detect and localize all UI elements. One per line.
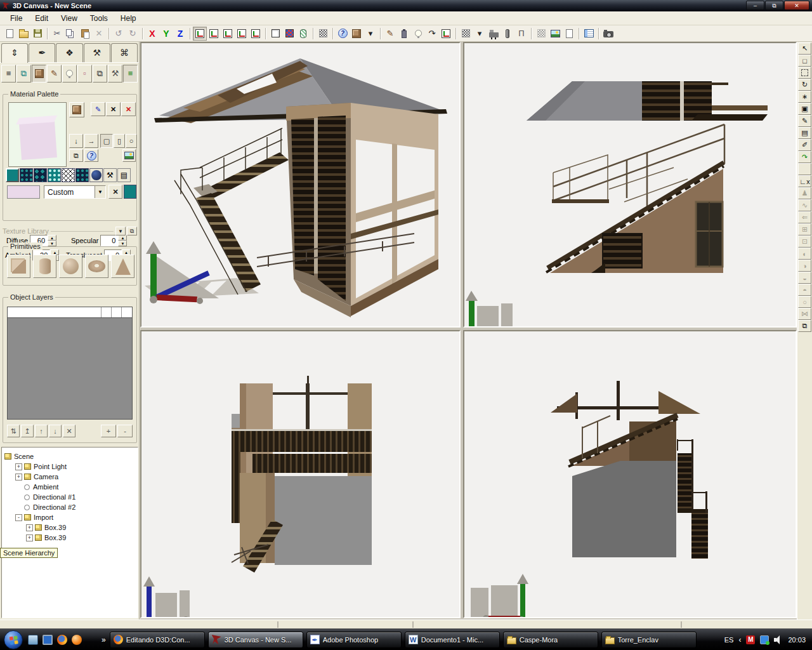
clear-material-button[interactable]: ✕	[106, 102, 121, 116]
tree-item-import[interactable]: -Import	[3, 512, 136, 522]
delete-layer-button[interactable]: ✕	[63, 425, 75, 437]
minimize-button[interactable]: –	[746, 1, 764, 10]
object-layers-list[interactable]	[7, 318, 133, 420]
move-right-button[interactable]: →	[84, 134, 98, 148]
move-up-button[interactable]: ↑	[35, 425, 48, 437]
menu-view[interactable]: View	[55, 13, 84, 24]
view-axis-solid-icon[interactable]	[235, 27, 249, 41]
render-image-icon[interactable]	[548, 27, 562, 41]
textured-cylinder-icon[interactable]	[296, 27, 310, 41]
language-indicator[interactable]: ES	[724, 636, 734, 644]
paint-tool[interactable]: ✎	[798, 115, 811, 127]
bend-tool[interactable]: ↷	[798, 151, 811, 163]
ellipse-tool[interactable]: ○	[798, 296, 811, 308]
face-select-tool[interactable]: ▣	[798, 103, 811, 115]
taskbar-button-1[interactable]: 3D Canvas - New S...	[208, 632, 303, 648]
copy-material-button[interactable]: ⧉	[69, 149, 83, 162]
move-down-button[interactable]: ↓	[69, 134, 83, 148]
swatch-teal-dots[interactable]	[48, 168, 61, 182]
redo-icon[interactable]: ↻	[126, 27, 140, 41]
blank-tool[interactable]	[798, 163, 811, 175]
back-arrow-tool[interactable]: ⇐	[798, 211, 811, 223]
open-file-icon[interactable]	[16, 27, 30, 41]
view-axis-display-icon[interactable]	[207, 27, 221, 41]
primitive-cone-button[interactable]	[111, 255, 134, 278]
axis-reset-tool[interactable]: ∟x	[798, 175, 811, 187]
secondary-color-swatch[interactable]	[124, 185, 136, 199]
expand-toggle[interactable]: +	[26, 524, 33, 531]
refresh-layer-button[interactable]: ⇅	[7, 425, 20, 437]
grid-pattern-icon[interactable]	[316, 27, 330, 41]
bool-union-tool[interactable]: ◐	[798, 248, 811, 260]
shield-icon[interactable]	[72, 635, 82, 645]
bench-icon[interactable]: Π	[514, 27, 528, 41]
layer-copy-button[interactable]: ⧉	[16, 65, 31, 83]
table-view-icon[interactable]	[582, 27, 596, 41]
material-roller-button[interactable]: ≡	[1, 65, 16, 83]
pattern-dropdown-icon[interactable]: ▾	[473, 27, 487, 41]
current-color-swatch[interactable]	[7, 185, 40, 199]
taskbar-button-0[interactable]: Editando D3D:Con...	[110, 632, 205, 648]
paint-hook-icon[interactable]: ✎	[383, 27, 397, 41]
viewport-perspective[interactable]	[140, 42, 461, 328]
help-icon[interactable]: ?	[336, 27, 350, 41]
rotate-tool[interactable]: ↻	[798, 79, 811, 91]
view-axis-transparent-icon[interactable]	[221, 27, 235, 41]
chip-button[interactable]: ▫	[77, 65, 92, 83]
curve-tool-icon[interactable]: ↷	[425, 27, 439, 41]
object-cube-button[interactable]	[32, 65, 46, 83]
view-axis-plain-icon[interactable]	[249, 27, 263, 41]
primitive-cube-button[interactable]	[7, 255, 30, 278]
swatch-navy-dots-2[interactable]	[75, 168, 89, 182]
x-axis-icon[interactable]: X	[145, 27, 159, 41]
taskbar-button-2[interactable]: ✒Adobe Photoshop	[306, 632, 402, 648]
swatch-globe[interactable]	[89, 168, 103, 182]
swatch-navy-dots[interactable]	[20, 168, 33, 182]
scene-hierarchy-tab[interactable]: Scene Hierarchy	[0, 548, 58, 558]
delete-preset-button[interactable]: ✕	[108, 185, 122, 199]
marquee-select-tool[interactable]	[798, 67, 811, 79]
tab-paint[interactable]: ✒	[29, 43, 55, 62]
vehicle-icon[interactable]	[487, 27, 501, 41]
light-button[interactable]	[62, 65, 77, 83]
bool-exclude-tool[interactable]: ◓	[798, 284, 811, 296]
taskbar-button-4[interactable]: Caspe-Mora	[503, 632, 598, 648]
firefox-icon[interactable]	[57, 635, 67, 645]
volume-icon[interactable]	[774, 635, 783, 644]
dropdown-arrow-icon[interactable]: ▼	[95, 186, 105, 198]
swatch-teal-solid[interactable]	[6, 168, 19, 182]
add-layer-button[interactable]: +	[101, 425, 116, 437]
bowtie-tool[interactable]: ⋈	[798, 308, 811, 320]
material-image-button[interactable]	[122, 149, 136, 162]
shape-circle-button[interactable]: ○	[126, 134, 137, 148]
object-layers-header[interactable]	[7, 307, 133, 318]
rgb-axes-icon[interactable]	[439, 27, 453, 41]
menu-tools[interactable]: Tools	[84, 13, 114, 24]
taskbar-button-3[interactable]: WDocumento1 - Mic...	[405, 632, 500, 648]
expand-toggle[interactable]: +	[15, 463, 22, 470]
eyedropper-tool[interactable]: ✐	[798, 139, 811, 151]
cut-icon[interactable]: ✂	[50, 27, 64, 41]
tree-item-directional-2[interactable]: Directional #2	[3, 502, 136, 512]
horizontal-scrollbar[interactable]	[0, 620, 812, 628]
close-button[interactable]: ✕	[784, 1, 809, 10]
swatch-tools[interactable]: ⚒	[103, 168, 117, 182]
shape-rounded-button[interactable]: ▯	[114, 134, 125, 148]
texture-library-dropdown-icon[interactable]: ▼	[115, 227, 126, 235]
duplicate-button[interactable]: ⧉	[93, 65, 107, 83]
paint-brush-button[interactable]: ✎	[47, 65, 62, 83]
expand-toggle[interactable]: +	[15, 474, 22, 481]
show-desktop-icon[interactable]	[28, 635, 38, 645]
mesh-tool[interactable]: ⊞	[798, 223, 811, 235]
expand-toggle[interactable]: +	[26, 534, 33, 541]
expand-toggle[interactable]: -	[15, 514, 22, 521]
material-preset-dropdown[interactable]: Custom ▼	[44, 185, 106, 199]
swatch-navy-dots-large[interactable]	[34, 168, 47, 182]
viewport-right[interactable]	[463, 42, 797, 328]
material-cube-icon[interactable]	[350, 27, 363, 41]
mcafee-icon[interactable]: M	[746, 635, 755, 644]
magic-wand-tool[interactable]: ∗	[798, 91, 811, 103]
primitive-torus-button[interactable]	[85, 255, 108, 278]
menu-help[interactable]: Help	[114, 13, 143, 24]
remove-layer-button[interactable]: -	[117, 425, 133, 437]
